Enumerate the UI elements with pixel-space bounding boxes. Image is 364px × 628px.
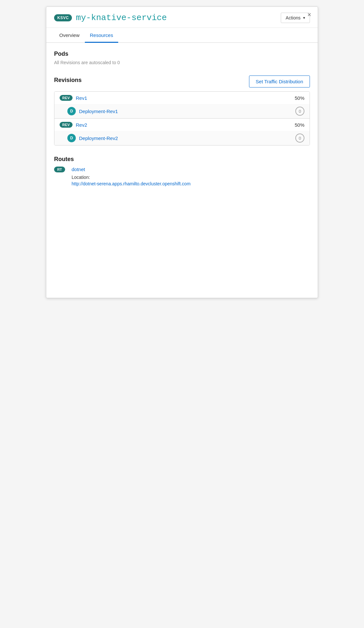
deployment-row-rev2: D Deployment-Rev2 0 — [54, 131, 310, 145]
deployment-rev1-link[interactable]: Deployment-Rev1 — [79, 109, 295, 114]
close-button[interactable]: × — [307, 11, 311, 18]
location-url-link[interactable]: http://dotnet-serena.apps.rhamilto.devcl… — [72, 181, 190, 186]
route-info-dotnet: dotnet Location: http://dotnet-serena.ap… — [72, 167, 190, 186]
circle-zero-rev1: 0 — [295, 107, 304, 116]
ksvc-badge: KSVC — [54, 14, 72, 21]
d-badge-rev2: D — [67, 134, 76, 142]
location-label: Location: — [72, 175, 190, 180]
actions-label: Actions — [286, 15, 301, 20]
rev1-percent: 50% — [295, 95, 304, 101]
rev2-percent: 50% — [295, 122, 304, 128]
rev-badge-rev2: REV — [60, 122, 73, 128]
revision-row-rev1: REV Rev1 50% — [54, 92, 310, 104]
dotnet-link[interactable]: dotnet — [72, 167, 190, 172]
rev-badge-rev1: REV — [60, 95, 73, 101]
panel-content: Pods All Revisions are autoscaled to 0 R… — [46, 43, 318, 194]
rev1-link[interactable]: Rev1 — [76, 95, 295, 101]
tab-overview[interactable]: Overview — [54, 28, 85, 43]
service-title: my-knative-service — [76, 13, 167, 23]
panel-header: KSVC my-knative-service Actions ▾ — [46, 7, 318, 28]
revisions-title: Revisions — [54, 77, 82, 84]
deployment-row-rev1: D Deployment-Rev1 0 — [54, 104, 310, 118]
rt-badge-dotnet: RT — [54, 167, 65, 172]
header-left: KSVC my-knative-service — [54, 13, 167, 23]
actions-button[interactable]: Actions ▾ — [281, 13, 310, 23]
detail-panel: × KSVC my-knative-service Actions ▾ Over… — [46, 6, 318, 298]
tabs-bar: Overview Resources — [46, 28, 318, 43]
set-traffic-button[interactable]: Set Traffic Distribution — [249, 76, 310, 87]
revision-group-rev2: REV Rev2 50% D Deployment-Rev2 0 — [54, 119, 310, 145]
circle-zero-rev2: 0 — [295, 134, 304, 143]
routes-title: Routes — [54, 156, 310, 163]
pods-section: Pods All Revisions are autoscaled to 0 — [54, 51, 310, 65]
tab-resources[interactable]: Resources — [85, 28, 119, 43]
revisions-header: Revisions Set Traffic Distribution — [54, 76, 310, 87]
pods-subtitle: All Revisions are autoscaled to 0 — [54, 60, 310, 65]
d-badge-rev1: D — [67, 107, 76, 115]
header-right: Actions ▾ — [281, 13, 310, 23]
revisions-section: Revisions Set Traffic Distribution REV R… — [54, 76, 310, 145]
deployment-rev2-link[interactable]: Deployment-Rev2 — [79, 135, 295, 141]
route-item-dotnet: RT dotnet Location: http://dotnet-serena… — [54, 167, 310, 186]
routes-section: Routes RT dotnet Location: http://dotnet… — [54, 156, 310, 186]
revision-group-rev1: REV Rev1 50% D Deployment-Rev1 0 — [54, 92, 310, 119]
chevron-down-icon: ▾ — [303, 16, 305, 20]
revisions-list: REV Rev1 50% D Deployment-Rev1 0 REV Rev… — [54, 91, 310, 145]
revision-row-rev2: REV Rev2 50% — [54, 119, 310, 131]
rev2-link[interactable]: Rev2 — [76, 122, 295, 128]
pods-title: Pods — [54, 51, 310, 57]
